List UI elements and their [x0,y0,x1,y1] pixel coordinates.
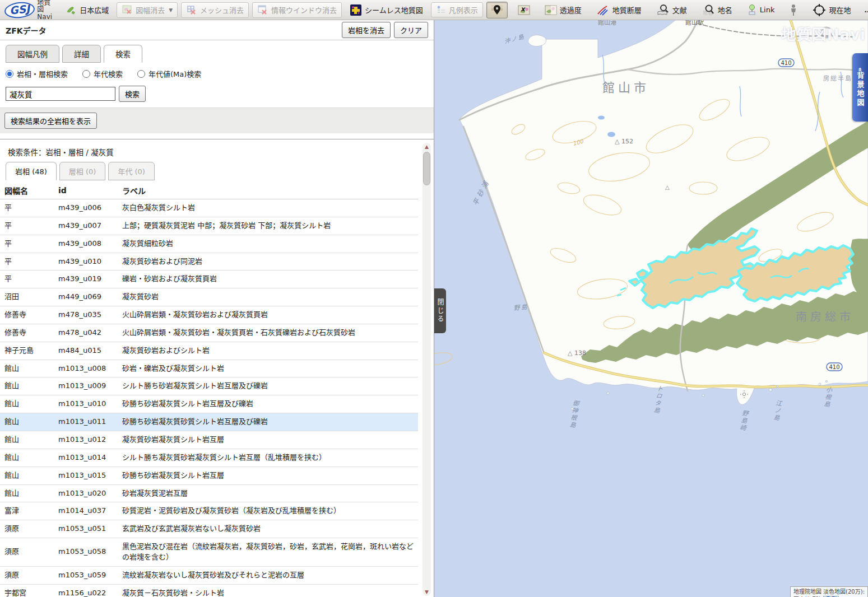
app-logo: GSJ 地質図 Navi [4,0,52,20]
label-boso-peninsula: 房総半島 [823,74,852,82]
cell-label: 火山砕屑岩類・凝灰質砂岩および凝灰質頁岩 [118,306,418,324]
cell-id: m1014_u037 [54,502,118,520]
results-scrollbar[interactable]: ▲ ▼ [423,143,431,596]
tab-age-results[interactable]: 年代 (0) [108,162,155,180]
search-button[interactable]: 検索 [119,86,146,102]
sheet-erase-button[interactable]: 図幅消去 ▼ [117,2,178,18]
map-canvas[interactable]: 410 410 △ 152 △ 138 △ 100 館山市 南房総市 房総半島 … [434,20,868,597]
cell-sheet: 館山 [0,484,54,502]
cell-id: m1053_u058 [54,538,118,567]
table-row[interactable]: 須原 m1053_u059 流紋岩凝灰岩ないし凝灰質砂岩及びそれらと泥岩の互層 [0,566,418,584]
cross-section-button[interactable]: 地質断層 [592,3,646,17]
cell-id: m1013_u008 [54,360,118,377]
search-input[interactable] [6,87,115,101]
panel-close-tab[interactable]: 閉じる [434,288,446,333]
cell-id: m1013_u012 [54,431,118,449]
pond [598,116,605,120]
cell-sheet: 平 [0,253,54,270]
street-view-button[interactable] [785,2,802,18]
zfk-data-panel: ZFKデータ 岩相を消去 クリア 図幅凡例 詳細 検索 岩相・層相検索 年代検索… [0,20,434,597]
search-area: 岩相・層相検索 年代検索 年代値(Ma)検索 検索 [0,63,434,102]
table-row[interactable]: 修善寺 m478_u035 火山砕屑岩類・凝灰質砂岩および凝灰質頁岩 [0,306,418,324]
tab-lithology-results[interactable]: 岩相 (48) [6,162,57,180]
radio-age-ma-search[interactable]: 年代値(Ma)検索 [137,68,201,79]
marker-tool-button[interactable] [486,2,508,18]
mesh-erase-button[interactable]: メッシュ消去 [181,2,249,18]
tab-facies-results[interactable]: 層相 (0) [59,162,106,180]
background-map-tab[interactable]: «背景地図 [852,53,868,122]
mesh-erase-icon [186,4,197,16]
table-row[interactable]: 平 m439_u006 灰白色凝灰質シルト岩 [0,199,418,217]
tab-sheet-legend[interactable]: 図幅凡例 [6,45,59,63]
opacity-button[interactable]: 透過度 [540,3,586,17]
cell-label: 流紋岩凝灰岩ないし凝灰質砂岩及びそれらと泥岩の互層 [118,566,418,584]
cell-id: m1013_u010 [54,395,118,413]
table-header-row: 図幅名 id ラベル [0,181,418,199]
table-row[interactable]: 平 m439_u019 礫岩・砂岩および凝灰質頁岩 [0,270,418,288]
literature-button[interactable]: 文献 [652,2,691,18]
cell-id: m439_u006 [54,199,118,217]
table-row[interactable]: 平 m439_u010 凝灰質砂岩および同泥岩 [0,253,418,270]
cell-sheet: 平 [0,199,54,217]
show-all-results-button[interactable]: 検索結果の全岩相を表示 [4,113,97,129]
toolbar-right-group: x 透過度 地質断層 文献 [486,2,868,18]
legend-show-button[interactable]: 凡例表示 [431,2,483,17]
cell-id: m439_u007 [54,217,118,235]
table-row[interactable]: 富津 m1014_u037 砂質泥岩・泥質砂岩及び凝灰質砂岩（凝灰岩及び乱堆積層… [0,502,418,520]
table-row[interactable]: 館山 m1013_u011 砂勝ち砂岩凝灰質砂質シルト岩互層及び礫岩 [0,413,418,431]
current-location-button[interactable]: 現在地 [808,2,855,18]
table-row[interactable]: 館山 m1013_u012 凝灰質砂岩凝灰質シルト岩互層 [0,431,418,449]
cell-id: m1053_u059 [54,566,118,584]
clear-button[interactable]: クリア [394,22,428,38]
cell-label: 砂岩凝灰質泥岩互層 [118,484,418,502]
table-row[interactable]: 館山 m1013_u009 シルト勝ち砂岩凝灰質シルト岩互層及び礫岩 [0,377,418,395]
table-row[interactable]: 神子元島 m484_u015 凝灰質砂岩およびシルト岩 [0,342,418,360]
table-row[interactable]: 須原 m1053_u051 玄武岩及び玄武岩凝灰岩ないし凝灰質砂岩 [0,520,418,538]
cell-label: 凝灰質砂岩 [118,288,418,306]
cell-id: m1013_u014 [54,449,118,467]
crosshair-icon [813,3,826,17]
table-row[interactable]: 館山 m1013_u010 砂勝ち砂岩凝灰質シルト岩互層及び礫岩 [0,395,418,413]
attribution-line1: 地理院地図 淡色地図(20万): [793,589,865,595]
annotation-erase-button[interactable]: x [513,3,535,17]
seamless-geomap-button[interactable]: シームレス地質図 [345,2,428,18]
tab-search[interactable]: 検索 [104,45,142,63]
elevation-152: △ 152 [615,138,633,145]
link-button[interactable]: Link [742,2,779,18]
table-row[interactable]: 平 m439_u007 上部；硬質凝灰質泥岩 中部；凝灰質砂岩 下部；凝灰質シル… [0,217,418,235]
cell-label: 灰白色凝灰質シルト岩 [118,199,418,217]
results-area: 検索条件：岩相・層相 / 凝灰質 岩相 (48) 層相 (0) 年代 (0) 図… [0,139,434,597]
table-row[interactable]: 修善寺 m478_u042 火山砕屑岩類・凝灰質砂岩・凝灰質頁岩・石灰質礫岩およ… [0,324,418,342]
japan-map-icon [66,4,77,16]
radio-icon-selected[interactable] [6,70,13,78]
table-row[interactable]: 館山 m1013_u020 砂岩凝灰質泥岩互層 [0,484,418,502]
japan-wide-button[interactable]: 日本広域 [61,3,113,17]
cell-sheet: 沼田 [0,288,54,306]
placename-magnifier-icon: 地名 [702,4,715,16]
map-area[interactable]: 410 410 △ 152 △ 138 △ 100 館山市 南房総市 房総半島 … [434,20,868,597]
table-row[interactable]: 宇都宮 m1156_u022 凝灰質－石灰質砂岩・シルト岩 [0,584,418,597]
tab-detail[interactable]: 詳細 [62,45,101,63]
table-row[interactable]: 須原 m1053_u058 黒色泥岩及び混在岩（流紋岩凝灰岩，凝灰質砂岩，砂岩，… [0,538,418,567]
radio-lithology-search[interactable]: 岩相・層相検索 [6,68,68,79]
book-magnifier-icon [656,4,670,16]
table-row[interactable]: 館山 m1013_u014 シルト勝ち凝灰質砂岩凝灰質シルト岩互層（乱堆積層を挟… [0,449,418,467]
placename-button[interactable]: 地名 地名 [697,2,737,18]
table-row[interactable]: 平 m439_u008 凝灰質細粒砂岩 [0,235,418,253]
scrollbar-thumb[interactable] [423,152,430,185]
radio-age-search[interactable]: 年代検索 [82,68,123,79]
radio-icon[interactable] [137,70,145,78]
more-menu-button[interactable]: … [861,6,868,14]
cell-sheet: 館山 [0,431,54,449]
radio-icon[interactable] [82,70,90,78]
table-row[interactable]: 館山 m1013_u008 砂岩・礫岩及び凝灰質シルト岩 [0,360,418,377]
table-row[interactable]: 沼田 m449_u069 凝灰質砂岩 [0,288,418,306]
infowindow-erase-button[interactable]: 情報ウインドウ消去 [252,2,342,18]
pond [607,132,615,137]
map-pin-icon [491,4,503,16]
erase-lithology-button[interactable]: 岩相を消去 [342,22,391,38]
scroll-down-icon[interactable]: ▼ [425,588,429,596]
table-row[interactable]: 館山 m1013_u015 砂勝ち砂岩凝灰質シルト岩互層 [0,467,418,484]
svg-text:410: 410 [829,364,839,370]
scroll-up-icon[interactable]: ▲ [425,143,429,151]
